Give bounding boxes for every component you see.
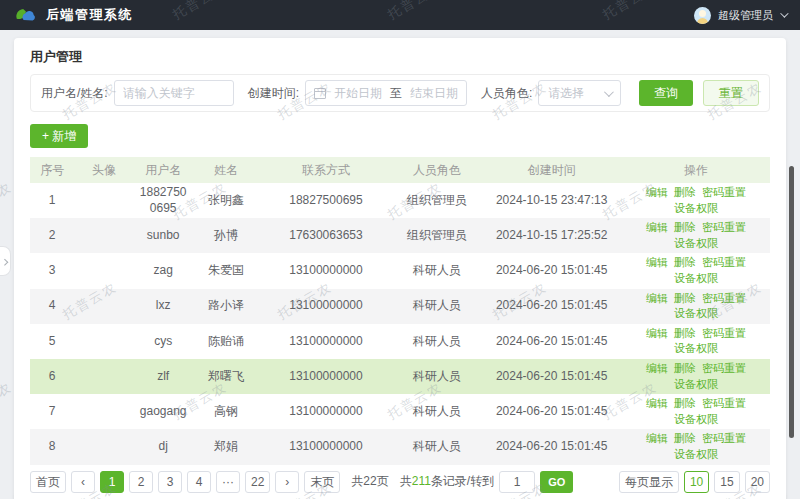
action-delete[interactable]: 删除 [674, 362, 696, 374]
start-date-placeholder: 开始日期 [334, 85, 382, 102]
page-button-3[interactable]: 3 [158, 471, 182, 493]
table-row[interactable]: 3zag朱爱国13100000000科研人员2024-06-20 15:01:4… [30, 253, 770, 288]
total-pages-label: 共22页 [351, 473, 388, 490]
goto-page-input[interactable] [499, 471, 535, 493]
per-page-option-20[interactable]: 20 [745, 471, 770, 493]
action-device-permission[interactable]: 设备权限 [674, 378, 718, 390]
cell-index: 3 [30, 253, 74, 288]
reset-button[interactable]: 重置 [703, 80, 759, 106]
action-edit[interactable]: 编辑 [646, 362, 668, 374]
cell-actions: 编辑删除密码重置设备权限 [622, 324, 770, 359]
action-delete[interactable]: 删除 [674, 432, 696, 444]
cell-name: 郑曙飞 [193, 359, 260, 394]
table-row[interactable]: 6zlf郑曙飞13100000000科研人员2024-06-20 15:01:4… [30, 359, 770, 394]
action-device-permission[interactable]: 设备权限 [674, 448, 718, 460]
cell-role: 科研人员 [393, 253, 482, 288]
cell-index: 4 [30, 289, 74, 324]
action-delete[interactable]: 删除 [674, 292, 696, 304]
next-page-button[interactable]: › [275, 471, 299, 493]
first-page-button[interactable]: 首页 [30, 471, 66, 493]
cell-index: 6 [30, 359, 74, 394]
table-row[interactable]: 7gaogang高钢13100000000科研人员2024-06-20 15:0… [30, 394, 770, 429]
cell-actions: 编辑删除密码重置设备权限 [622, 359, 770, 394]
cell-avatar [74, 183, 133, 218]
action-device-permission[interactable]: 设备权限 [674, 272, 718, 284]
table-row[interactable]: 8dj郑娟13100000000科研人员2024-06-20 15:01:45编… [30, 429, 770, 464]
add-user-button[interactable]: + 新增 [30, 124, 88, 148]
date-range-picker[interactable]: 开始日期 至 结束日期 [305, 80, 467, 106]
date-filter-label: 创建时间: [248, 85, 299, 102]
cell-name: 陈贻诵 [193, 324, 260, 359]
action-reset-password[interactable]: 密码重置 [702, 397, 746, 409]
action-edit[interactable]: 编辑 [646, 292, 668, 304]
action-reset-password[interactable]: 密码重置 [702, 186, 746, 198]
cell-index: 2 [30, 218, 74, 253]
cell-phone: 18827500695 [259, 183, 392, 218]
name-filter-label: 用户名/姓名: [41, 85, 108, 102]
cell-created: 2024-06-20 15:01:45 [481, 253, 622, 288]
action-delete[interactable]: 删除 [674, 327, 696, 339]
role-select[interactable]: 请选择 [538, 80, 621, 106]
table-row[interactable]: 4lxz路小译13100000000科研人员2024-06-20 15:01:4… [30, 289, 770, 324]
cell-actions: 编辑删除密码重置设备权限 [622, 394, 770, 429]
page-title: 用户管理 [30, 48, 770, 66]
table-row[interactable]: 2sunbo孙博17630063653组织管理员2024-10-15 17:25… [30, 218, 770, 253]
cell-phone: 13100000000 [259, 359, 392, 394]
role-select-placeholder: 请选择 [548, 85, 584, 102]
action-reset-password[interactable]: 密码重置 [702, 362, 746, 374]
page-button-1[interactable]: 1 [100, 471, 124, 493]
cell-avatar [74, 253, 133, 288]
go-button[interactable]: GO [540, 471, 573, 493]
last-page-button[interactable]: 末页 [304, 471, 340, 493]
action-delete[interactable]: 删除 [674, 221, 696, 233]
cell-name: 路小译 [193, 289, 260, 324]
action-reset-password[interactable]: 密码重置 [702, 292, 746, 304]
page-button-2[interactable]: 2 [129, 471, 153, 493]
page-button-4[interactable]: 4 [187, 471, 211, 493]
action-edit[interactable]: 编辑 [646, 397, 668, 409]
action-delete[interactable]: 删除 [674, 397, 696, 409]
cell-username: sunbo [134, 218, 193, 253]
column-header: 用户名 [134, 157, 193, 183]
cell-phone: 13100000000 [259, 253, 392, 288]
prev-page-button[interactable]: ‹ [71, 471, 95, 493]
cell-username: gaogang [134, 394, 193, 429]
user-menu[interactable]: 超级管理员 [694, 7, 786, 24]
name-filter-input[interactable] [114, 80, 234, 106]
action-delete[interactable]: 删除 [674, 256, 696, 268]
action-edit[interactable]: 编辑 [646, 327, 668, 339]
action-edit[interactable]: 编辑 [646, 256, 668, 268]
cell-role: 科研人员 [393, 324, 482, 359]
per-page-option-10[interactable]: 10 [684, 471, 709, 493]
action-edit[interactable]: 编辑 [646, 221, 668, 233]
action-device-permission[interactable]: 设备权限 [674, 237, 718, 249]
per-page-option-15[interactable]: 15 [714, 471, 739, 493]
action-device-permission[interactable]: 设备权限 [674, 307, 718, 319]
record-count-value: 211 [412, 474, 431, 488]
search-button[interactable]: 查询 [639, 80, 693, 106]
action-edit[interactable]: 编辑 [646, 186, 668, 198]
page-button-22[interactable]: 22 [245, 471, 270, 493]
table-row[interactable]: 118827500695张明鑫18827500695组织管理员2024-10-1… [30, 183, 770, 218]
table-row[interactable]: 5cys陈贻诵13100000000科研人员2024-06-20 15:01:4… [30, 324, 770, 359]
action-device-permission[interactable]: 设备权限 [674, 342, 718, 354]
action-reset-password[interactable]: 密码重置 [702, 256, 746, 268]
per-page-label[interactable]: 每页显示 [619, 471, 679, 493]
cell-actions: 编辑删除密码重置设备权限 [622, 183, 770, 218]
action-reset-password[interactable]: 密码重置 [702, 327, 746, 339]
page-ellipsis-button[interactable]: ··· [216, 471, 240, 493]
user-avatar[interactable] [694, 7, 711, 24]
chevron-down-icon [780, 9, 788, 17]
cell-actions: 编辑删除密码重置设备权限 [622, 429, 770, 464]
cell-role: 科研人员 [393, 394, 482, 429]
action-device-permission[interactable]: 设备权限 [674, 202, 718, 214]
action-delete[interactable]: 删除 [674, 186, 696, 198]
cell-name: 孙博 [193, 218, 260, 253]
action-reset-password[interactable]: 密码重置 [702, 221, 746, 233]
action-device-permission[interactable]: 设备权限 [674, 413, 718, 425]
scrollbar-thumb[interactable] [789, 166, 794, 438]
end-date-placeholder: 结束日期 [410, 85, 458, 102]
drawer-handle[interactable] [0, 246, 11, 276]
action-edit[interactable]: 编辑 [646, 432, 668, 444]
action-reset-password[interactable]: 密码重置 [702, 432, 746, 444]
